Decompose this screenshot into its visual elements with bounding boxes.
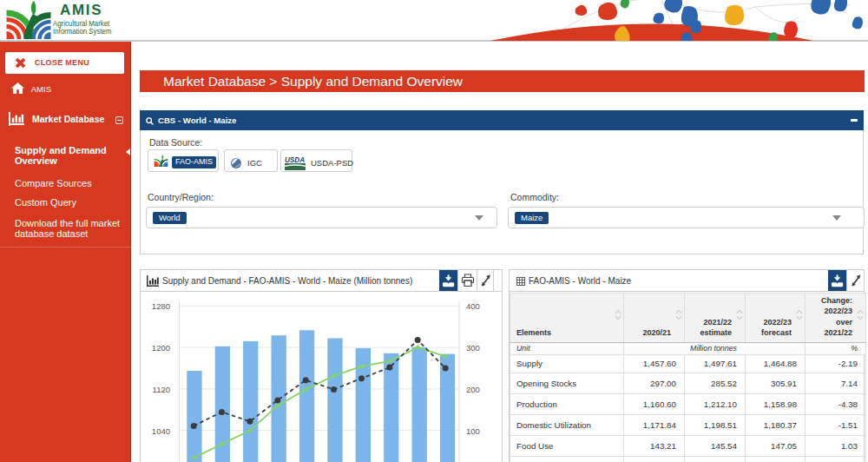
svg-text:1040: 1040 bbox=[152, 426, 170, 436]
svg-text:400: 400 bbox=[466, 301, 480, 311]
svg-text:200: 200 bbox=[466, 385, 480, 394]
svg-text:300: 300 bbox=[466, 343, 480, 353]
svg-text:1280: 1280 bbox=[152, 301, 170, 311]
svg-text:1120: 1120 bbox=[153, 385, 170, 394]
svg-text:1200: 1200 bbox=[152, 343, 170, 353]
svg-text:USDA: USDA bbox=[285, 155, 305, 164]
svg-text:100: 100 bbox=[466, 426, 480, 436]
